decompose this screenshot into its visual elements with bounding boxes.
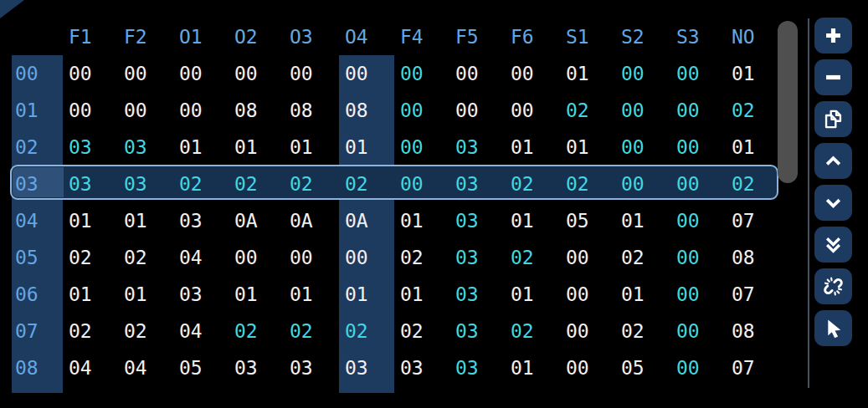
- cell[interactable]: 08: [726, 239, 781, 276]
- cell[interactable]: 00: [394, 166, 449, 202]
- cell[interactable]: 07: [726, 202, 781, 239]
- cell[interactable]: 01: [726, 55, 781, 92]
- cell[interactable]: 05: [173, 349, 229, 386]
- cell[interactable]: 02: [63, 239, 118, 276]
- cell[interactable]: 00: [394, 129, 449, 166]
- cell[interactable]: 00: [63, 55, 118, 92]
- row-label[interactable]: 08: [12, 349, 63, 386]
- cell[interactable]: 03: [63, 129, 118, 166]
- move-up-button[interactable]: [814, 143, 852, 179]
- cell[interactable]: 01: [615, 202, 670, 239]
- cell[interactable]: 00: [670, 276, 726, 313]
- cell[interactable]: 02: [726, 166, 781, 202]
- cell[interactable]: 00: [63, 92, 118, 129]
- row-label[interactable]: 00: [12, 55, 63, 92]
- cell[interactable]: 03: [449, 349, 505, 386]
- cell[interactable]: 04: [173, 313, 229, 349]
- remove-button[interactable]: [814, 59, 852, 95]
- cell[interactable]: 00: [449, 92, 505, 129]
- cell[interactable]: 07: [726, 349, 781, 386]
- move-down-button[interactable]: [814, 185, 852, 221]
- cell[interactable]: 02: [505, 166, 560, 202]
- cell[interactable]: 00: [505, 92, 560, 129]
- cell[interactable]: 01: [118, 276, 173, 313]
- cell[interactable]: 01: [560, 129, 615, 166]
- cell[interactable]: 03: [394, 349, 449, 386]
- cell[interactable]: 01: [284, 276, 339, 313]
- cell[interactable]: 02: [394, 239, 449, 276]
- cell[interactable]: 03: [118, 129, 173, 166]
- cell[interactable]: 02: [173, 166, 229, 202]
- cell[interactable]: 01: [284, 129, 339, 166]
- cell[interactable]: 00: [394, 55, 449, 92]
- cell[interactable]: 02: [339, 166, 394, 202]
- cell[interactable]: 01: [229, 276, 284, 313]
- duplicate-button[interactable]: [814, 101, 852, 137]
- cell[interactable]: 08: [229, 92, 284, 129]
- add-button[interactable]: [814, 18, 852, 54]
- cell[interactable]: 08: [726, 313, 781, 349]
- row-label[interactable]: 06: [12, 276, 63, 313]
- cell[interactable]: 00: [670, 129, 726, 166]
- cell[interactable]: 01: [394, 202, 449, 239]
- row-label[interactable]: 07: [12, 313, 63, 349]
- cell[interactable]: 01: [505, 349, 560, 386]
- cell[interactable]: 0A: [284, 202, 339, 239]
- cell[interactable]: 01: [615, 276, 670, 313]
- cell[interactable]: 02: [284, 166, 339, 202]
- cell[interactable]: 00: [339, 55, 394, 92]
- cell[interactable]: 02: [229, 166, 284, 202]
- cell[interactable]: 01: [63, 202, 118, 239]
- cell[interactable]: 02: [394, 313, 449, 349]
- cell[interactable]: 0A: [229, 202, 284, 239]
- cell[interactable]: 02: [284, 313, 339, 349]
- cell[interactable]: 00: [505, 55, 560, 92]
- cell[interactable]: 02: [560, 92, 615, 129]
- cell[interactable]: 00: [670, 239, 726, 276]
- cell[interactable]: 00: [560, 239, 615, 276]
- cell[interactable]: 02: [229, 313, 284, 349]
- cell[interactable]: 01: [339, 276, 394, 313]
- cell[interactable]: 01: [560, 55, 615, 92]
- cell[interactable]: 00: [284, 239, 339, 276]
- cell[interactable]: 03: [229, 349, 284, 386]
- cell[interactable]: 00: [229, 239, 284, 276]
- cell[interactable]: 07: [726, 276, 781, 313]
- cell[interactable]: 00: [615, 92, 670, 129]
- cell[interactable]: 02: [505, 239, 560, 276]
- row-label[interactable]: 05: [12, 239, 63, 276]
- cell[interactable]: 01: [339, 129, 394, 166]
- cell[interactable]: 03: [449, 166, 505, 202]
- row-label[interactable]: 04: [12, 202, 63, 239]
- cell[interactable]: 01: [394, 276, 449, 313]
- cell[interactable]: 00: [670, 349, 726, 386]
- cell[interactable]: 00: [560, 349, 615, 386]
- cell[interactable]: 02: [118, 239, 173, 276]
- cell[interactable]: 03: [449, 129, 505, 166]
- cell[interactable]: 03: [449, 313, 505, 349]
- cell[interactable]: 03: [173, 276, 229, 313]
- cell[interactable]: 01: [505, 276, 560, 313]
- cell[interactable]: 00: [670, 92, 726, 129]
- cell[interactable]: 03: [339, 349, 394, 386]
- cell[interactable]: 00: [560, 313, 615, 349]
- cell[interactable]: 00: [284, 55, 339, 92]
- cell[interactable]: 02: [118, 313, 173, 349]
- cell[interactable]: 02: [726, 92, 781, 129]
- cell[interactable]: 00: [670, 55, 726, 92]
- row-label[interactable]: 03: [12, 166, 63, 202]
- scrollbar-thumb[interactable]: [778, 21, 798, 183]
- cell[interactable]: 00: [173, 55, 229, 92]
- cell[interactable]: 02: [63, 313, 118, 349]
- cell[interactable]: 00: [615, 129, 670, 166]
- cell[interactable]: 05: [560, 202, 615, 239]
- cell[interactable]: 08: [284, 92, 339, 129]
- cell[interactable]: 04: [118, 349, 173, 386]
- cell[interactable]: 02: [615, 239, 670, 276]
- cell[interactable]: 04: [63, 349, 118, 386]
- cell[interactable]: 00: [229, 55, 284, 92]
- cell[interactable]: 00: [394, 92, 449, 129]
- pointer-mode-button[interactable]: [814, 310, 852, 346]
- cell[interactable]: 00: [615, 55, 670, 92]
- cell[interactable]: 00: [615, 166, 670, 202]
